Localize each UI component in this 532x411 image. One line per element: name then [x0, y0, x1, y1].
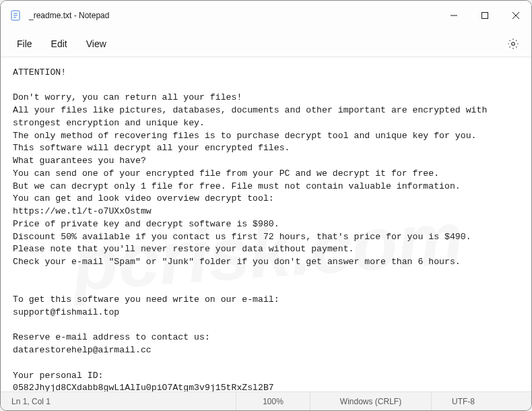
svg-rect-5	[482, 13, 488, 19]
window-title: _readme.txt - Notepad	[29, 11, 109, 20]
status-position: Ln 1, Col 1	[1, 392, 236, 410]
window-controls	[438, 1, 531, 30]
menu-file[interactable]: File	[7, 34, 42, 53]
menubar: File Edit View	[1, 30, 531, 57]
text-area[interactable]: ATTENTION! Don't worry, you can return a…	[1, 57, 531, 391]
close-button[interactable]	[500, 1, 531, 30]
status-zoom[interactable]: 100%	[236, 392, 310, 410]
status-line-ending: Windows (CRLF)	[310, 392, 432, 410]
settings-button[interactable]	[502, 32, 525, 55]
menu-edit[interactable]: Edit	[42, 34, 77, 53]
menu-view[interactable]: View	[77, 34, 116, 53]
minimize-button[interactable]	[438, 1, 469, 30]
document-text: ATTENTION! Don't worry, you can return a…	[13, 67, 492, 391]
titlebar: _readme.txt - Notepad	[1, 1, 531, 30]
notepad-app-icon	[10, 10, 21, 21]
statusbar: Ln 1, Col 1 100% Windows (CRLF) UTF-8	[1, 391, 531, 410]
maximize-button[interactable]	[469, 1, 500, 30]
svg-point-8	[512, 42, 515, 45]
notepad-window: _readme.txt - Notepad File Edit View ATT…	[0, 0, 532, 411]
status-encoding: UTF-8	[432, 392, 531, 410]
